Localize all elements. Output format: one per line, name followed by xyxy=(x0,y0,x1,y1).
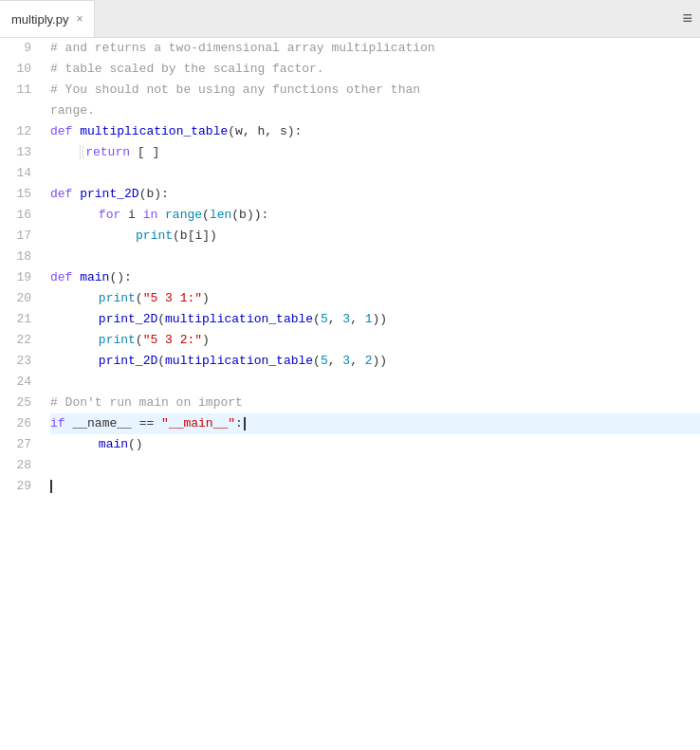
line-num-11: 11 xyxy=(11,80,31,101)
tab-close-button[interactable]: × xyxy=(76,12,83,26)
code-line-17: print(b[i]) xyxy=(50,226,700,247)
line-num-28: 28 xyxy=(11,455,31,476)
file-tab[interactable]: multiply.py × xyxy=(0,0,95,37)
line-num-18: 18 xyxy=(11,247,31,267)
editor-container: multiply.py × ≡ 9 10 11 12 13 14 15 16 1… xyxy=(0,0,700,750)
line-numbers: 9 10 11 12 13 14 15 16 17 18 19 20 21 22… xyxy=(0,38,43,750)
line-num-23: 23 xyxy=(11,351,31,372)
line-num-11b xyxy=(11,101,31,121)
code-line-12: def multiplication_table(w, h, s): xyxy=(50,121,700,142)
line-num-21: 21 xyxy=(11,309,31,330)
code-line-19: def main(): xyxy=(50,267,700,288)
menu-icon[interactable]: ≡ xyxy=(682,9,692,28)
line-num-13: 13 xyxy=(11,142,31,163)
line-num-9: 9 xyxy=(11,38,31,59)
code-line-11b: range. xyxy=(50,101,700,121)
code-line-11: # You should not be using any functions … xyxy=(50,80,700,101)
line-num-24: 24 xyxy=(11,372,31,393)
code-line-9: # and returns a two-dimensional array mu… xyxy=(50,38,700,59)
code-line-27: main() xyxy=(50,434,700,455)
code-line-14 xyxy=(50,163,700,184)
tab-filename: multiply.py xyxy=(11,12,68,27)
code-line-10: # table scaled by the scaling factor. xyxy=(50,59,700,80)
line-num-15: 15 xyxy=(11,184,31,205)
code-line-21: print_2D(multiplication_table(5, 3, 1)) xyxy=(50,309,700,330)
line-num-22: 22 xyxy=(11,330,31,351)
code-line-20: print("5 3 1:") xyxy=(50,288,700,309)
line-num-26: 26 xyxy=(11,413,31,434)
code-line-24 xyxy=(50,372,700,393)
line-num-14: 14 xyxy=(11,163,31,184)
code-line-13: return [ ] xyxy=(50,142,700,163)
code-line-18 xyxy=(50,247,700,267)
code-line-23: print_2D(multiplication_table(5, 3, 2)) xyxy=(50,351,700,372)
code-line-16: for i in range(len(b)): xyxy=(50,205,700,226)
line-num-19: 19 xyxy=(11,267,31,288)
code-editor[interactable]: # and returns a two-dimensional array mu… xyxy=(43,38,700,750)
line-num-12: 12 xyxy=(11,121,31,142)
code-line-22: print("5 3 2:") xyxy=(50,330,700,351)
line-num-16: 16 xyxy=(11,205,31,226)
code-area: 9 10 11 12 13 14 15 16 17 18 19 20 21 22… xyxy=(0,38,700,750)
line-num-10: 10 xyxy=(11,59,31,80)
line-num-29: 29 xyxy=(11,476,31,497)
line-num-17: 17 xyxy=(11,226,31,247)
line-num-27: 27 xyxy=(11,434,31,455)
tab-bar: multiply.py × ≡ xyxy=(0,0,700,38)
line-num-25: 25 xyxy=(11,393,31,413)
code-line-25: # Don't run main on import xyxy=(50,393,700,413)
code-line-28 xyxy=(50,455,700,476)
line-num-20: 20 xyxy=(11,288,31,309)
code-line-15: def print_2D(b): xyxy=(50,184,700,205)
code-line-26: if __name__ == "__main__": xyxy=(50,413,700,434)
code-line-29 xyxy=(50,476,700,497)
